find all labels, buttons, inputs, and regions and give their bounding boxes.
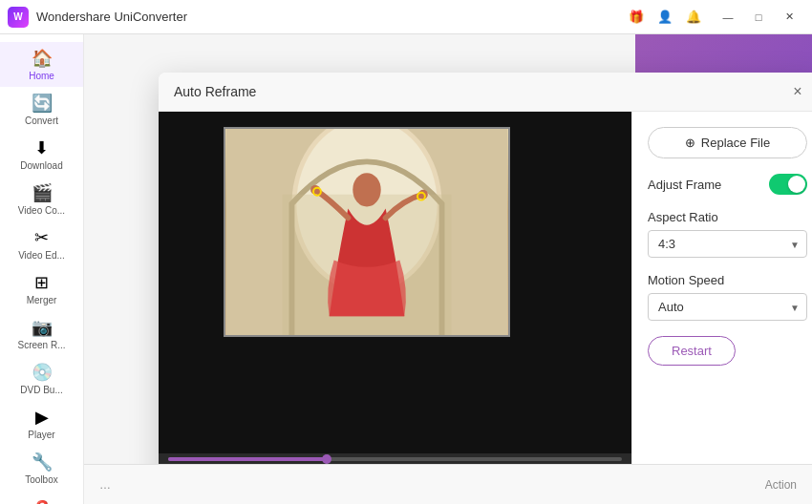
sidebar-item-label: Screen R...: [4, 340, 80, 350]
auto-reframe-dialog: Auto Reframe ×: [159, 73, 812, 493]
sidebar-item-video-edit[interactable]: ✂ Video Ed...: [0, 221, 83, 266]
motion-speed-select-wrap: Auto Slow Normal Fast ▼: [648, 293, 807, 321]
progress-fill: [168, 457, 327, 461]
logo-char: W: [13, 11, 22, 22]
video-comp-icon: 🎬: [32, 182, 53, 203]
aspect-ratio-row: Aspect Ratio 4:3 16:9 1:1 9:16 21:9 ▼: [648, 210, 807, 258]
sidebar-item-label: Download: [4, 160, 80, 171]
dialog-title: Auto Reframe: [174, 84, 256, 99]
video-edit-icon: ✂: [34, 227, 49, 248]
sidebar-item-label: Home: [4, 71, 80, 81]
toggle-knob: [788, 176, 805, 193]
sidebar-item-label: DVD Bu...: [4, 385, 80, 395]
player-icon: ▶: [35, 407, 49, 428]
arch-svg: [225, 129, 508, 335]
sidebar-item-video-comp[interactable]: 🎬 Video Co...: [0, 177, 83, 221]
sidebar-bottom: ❓ 🔔 ↗: [23, 491, 61, 504]
dvd-burn-icon: 💿: [32, 362, 53, 383]
svg-point-4: [353, 173, 380, 206]
adjust-frame-label: Adjust Frame: [648, 178, 721, 192]
bottom-bar: … Action: [84, 464, 812, 504]
adjust-frame-toggle-row: Adjust Frame: [648, 174, 807, 195]
download-icon: ⬇: [34, 137, 49, 158]
sidebar-item-label: Video Co...: [4, 205, 80, 216]
sidebar-item-label: Video Ed...: [4, 250, 80, 261]
gift-icon[interactable]: 🎁: [627, 8, 646, 27]
toolbox-icon: 🔧: [32, 452, 53, 472]
bottom-label: …: [99, 478, 111, 492]
replace-file-label: Replace File: [701, 136, 770, 150]
sidebar-item-merger[interactable]: ⊞ Merger: [0, 266, 83, 311]
aspect-ratio-select-wrap: 4:3 16:9 1:1 9:16 21:9 ▼: [648, 230, 807, 258]
app-title: Wondershare UniConverter: [36, 10, 187, 24]
progress-dot: [322, 454, 331, 464]
window-controls: — □ ✕: [713, 4, 804, 31]
adjust-frame-row: Adjust Frame: [648, 174, 807, 195]
motion-speed-label: Motion Speed: [648, 273, 807, 287]
motion-speed-row: Motion Speed Auto Slow Normal Fast ▼: [648, 273, 807, 321]
motion-speed-select[interactable]: Auto Slow Normal Fast: [648, 293, 807, 321]
screen-rec-icon: 📷: [32, 317, 53, 338]
sidebar-item-label: Merger: [4, 295, 80, 305]
sidebar-item-download[interactable]: ⬇ Download: [0, 132, 83, 177]
video-area: ↺ ↻ 🗑 ⏮ ⏭ ⏮ ⏸ ⏭ 00:03/00:28: [159, 112, 631, 492]
progress-bar[interactable]: [168, 457, 622, 461]
dialog-body: ↺ ↻ 🗑 ⏮ ⏭ ⏮ ⏸ ⏭ 00:03/00:28: [159, 112, 812, 492]
restart-button[interactable]: Restart: [648, 336, 736, 366]
aspect-ratio-select[interactable]: 4:3 16:9 1:1 9:16 21:9: [648, 230, 807, 258]
video-frame: [224, 127, 510, 337]
bottom-right-actions: Action: [765, 478, 797, 492]
aspect-ratio-label: Aspect Ratio: [648, 210, 807, 224]
replace-file-button[interactable]: ⊕ Replace File: [648, 127, 807, 158]
titlebar-left: W Wondershare UniConverter: [8, 7, 187, 28]
minimize-button[interactable]: —: [713, 4, 743, 31]
user-icon[interactable]: 👤: [655, 8, 674, 27]
maximize-button[interactable]: □: [743, 4, 774, 31]
sidebar-item-player[interactable]: ▶ Player: [0, 401, 83, 446]
sidebar-item-screen-rec[interactable]: 📷 Screen R...: [0, 311, 83, 356]
settings-panel: ⊕ Replace File Adjust Frame: [631, 112, 812, 492]
titlebar-action-icons: 🎁 👤 🔔 — □ ✕: [627, 4, 804, 31]
sidebar-item-dvd-burn[interactable]: 💿 DVD Bu...: [0, 356, 83, 401]
dialog-titlebar: Auto Reframe ×: [159, 73, 812, 112]
convert-icon: 🔄: [32, 93, 53, 114]
sidebar-item-label: Player: [4, 430, 80, 440]
svg-point-6: [418, 190, 428, 200]
bottom-action-area: …: [99, 478, 111, 492]
replace-file-icon: ⊕: [685, 136, 695, 150]
action-label: Action: [765, 478, 797, 492]
home-icon: 🏠: [32, 48, 53, 69]
bell-icon[interactable]: 🔔: [684, 8, 703, 27]
sidebar-item-toolbox[interactable]: 🔧 Toolbox: [0, 446, 83, 491]
question-icon[interactable]: ❓: [23, 491, 61, 504]
titlebar: W Wondershare UniConverter 🎁 👤 🔔 — □ ✕: [0, 0, 812, 34]
app-logo: W: [8, 7, 29, 28]
adjust-frame-toggle[interactable]: [769, 174, 807, 195]
content-area: n DVDs 💿 Open Open Export Open Auto Refr…: [84, 34, 812, 504]
video-preview: [159, 112, 631, 453]
svg-point-5: [310, 185, 320, 195]
sidebar-item-label: Convert: [4, 116, 80, 126]
merger-icon: ⊞: [34, 272, 49, 293]
close-button[interactable]: ✕: [774, 4, 804, 31]
sidebar: 🏠 Home 🔄 Convert ⬇ Download 🎬 Video Co..…: [0, 34, 84, 504]
sidebar-item-home[interactable]: 🏠 Home: [0, 42, 83, 87]
sidebar-item-convert[interactable]: 🔄 Convert: [0, 87, 83, 132]
dialog-close-button[interactable]: ×: [788, 82, 807, 101]
main-layout: 🏠 Home 🔄 Convert ⬇ Download 🎬 Video Co..…: [0, 34, 812, 504]
sidebar-item-label: Toolbox: [4, 474, 80, 485]
